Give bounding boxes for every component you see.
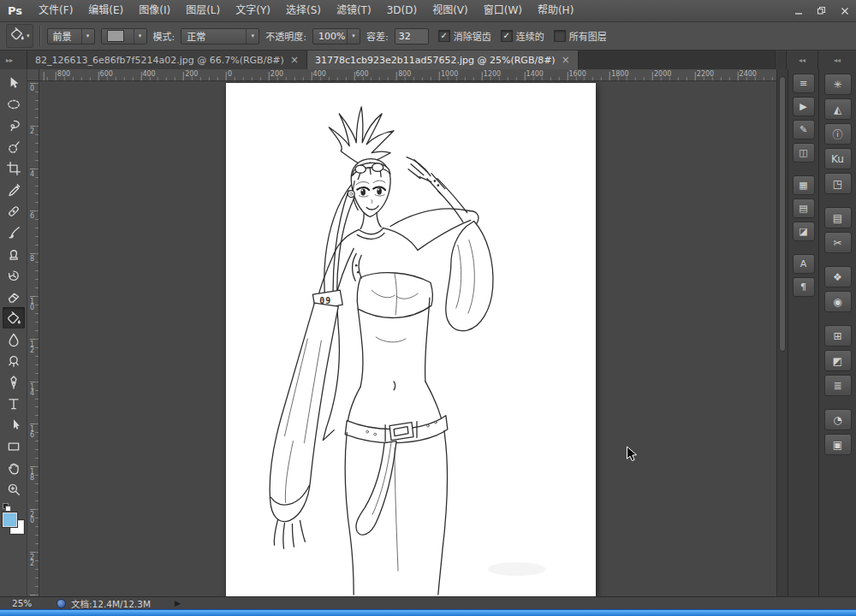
layers-panel-icon[interactable]: ≣ [824,375,852,396]
pattern-picker[interactable]: ▾ [101,28,147,44]
clone-stamp-tool[interactable] [3,243,25,264]
brush-tool[interactable] [3,222,25,243]
fill-source-dropdown[interactable]: 前景 ▾ [47,28,95,44]
channels-panel-icon[interactable]: ◔ [824,409,852,430]
scrollbar-thumb[interactable] [779,76,786,352]
chevron-down-icon: ▾ [134,29,146,44]
crop-tool[interactable] [3,157,25,179]
brush-panel-icon[interactable]: ✳ [824,74,852,95]
chevron-down-icon: ▾ [81,29,94,44]
close-button[interactable] [833,0,856,21]
close-tab-icon[interactable]: × [290,55,299,65]
measurement-log-panel-icon[interactable]: ✂ [824,232,852,253]
navigator-panel-icon[interactable]: ◭ [824,98,852,120]
histogram-glyph: ◪ [799,226,807,237]
eyedropper-tool[interactable] [3,179,25,200]
paint-bucket-icon [9,27,25,42]
elliptical-marquee-tool[interactable] [3,93,25,115]
lasso-tool[interactable] [3,115,25,136]
vertical-scrollbar[interactable] [776,69,788,596]
animation-panel-icon[interactable]: ◉ [824,291,852,312]
type-tool[interactable] [3,393,25,414]
ruler-top[interactable]: 8006004002000200400600800100012001400160… [39,69,776,81]
close-tab-icon[interactable]: × [562,55,570,65]
menu-select[interactable]: 选择(S) [278,0,329,21]
quick-selection-tool[interactable] [3,136,25,157]
menu-3d[interactable]: 3D(D) [379,0,425,21]
document-tab-2[interactable]: 31778c1cb923e2b11ad57652.jpg @ 25%(RGB/8… [307,50,579,69]
scrollbar-header [775,50,786,69]
move-tool[interactable] [3,72,25,93]
zoom-level-field[interactable]: 25% [0,598,56,608]
pen-tool[interactable] [3,371,25,393]
histogram-panel-icon[interactable]: ◪ [793,222,815,241]
menu-window[interactable]: 窗口(W) [476,0,530,21]
adjustments-panel-icon[interactable]: ◩ [824,350,852,371]
paint-bucket-tool[interactable] [3,307,25,329]
menu-file[interactable]: 文件(F) [31,0,80,21]
document-canvas[interactable]: 09 [226,83,596,596]
character-panel-icon[interactable]: A [793,254,815,274]
info-panel-icon[interactable]: ⓘ [824,123,852,145]
video-progress-bar[interactable] [0,609,856,616]
contiguous-checkbox[interactable]: ✓ 连续的 [501,29,544,43]
menu-help[interactable]: 帮助(H) [530,0,581,21]
default-colors-icon[interactable] [3,503,10,511]
ruler-corner[interactable] [27,69,39,81]
history-brush-tool[interactable] [3,264,25,286]
notes-panel-icon[interactable]: ▤ [824,207,852,228]
menu-image[interactable]: 图像(I) [131,0,178,21]
zoom-tool[interactable] [3,478,25,500]
3d-panel-icon[interactable]: ❖ [824,266,852,287]
hand-icon [6,460,21,476]
contiguous-label: 连续的 [516,29,544,43]
ruler-left[interactable]: 024681012141618202224 [27,81,39,596]
mode-dropdown[interactable]: 正常 ▾ [181,28,259,44]
chevron-down-icon: ▾ [347,29,360,44]
ruler-left-label: 12 [28,341,36,352]
eraser-tool[interactable] [3,286,25,307]
checkbox-box: ✓ [554,30,566,42]
hand-tool[interactable] [3,457,25,478]
blur-tool[interactable] [3,329,25,350]
actions-panel-icon[interactable]: ▶ [793,97,815,116]
spot-healing-brush-tool[interactable] [3,200,25,222]
menu-type[interactable]: 文字(Y) [228,0,278,21]
clone-source-panel-icon[interactable]: ◫ [793,143,815,163]
channels-glyph: ◔ [833,414,841,426]
layer-comps-panel-icon[interactable]: ▤ [793,198,815,218]
swatches-panel-icon[interactable]: ⊞ [824,325,852,346]
document-tab-1[interactable]: 82_126613_6e86fb7f5214a02.jpg @ 66.7%(RG… [27,50,307,69]
dock1-collapse-button[interactable]: ◂◂ [786,50,817,69]
tool-presets-panel-icon[interactable]: ✎ [793,120,815,139]
ruler-left-label: 20 [28,511,36,523]
dodge-icon [6,353,21,369]
paths-panel-icon[interactable]: ▣ [824,434,852,455]
anti-alias-checkbox[interactable]: ✓ 消除锯齿 [438,29,491,43]
menu-view[interactable]: 视图(V) [425,0,476,21]
status-flyout-arrow[interactable]: ▶ [175,599,181,607]
menu-edit[interactable]: 编辑(E) [80,0,131,21]
menu-layer[interactable]: 图层(L) [178,0,228,21]
all-layers-checkbox[interactable]: ✓ 所有图层 [554,29,607,43]
minimize-button[interactable] [787,0,810,21]
ruler-top-label: 1600 [568,70,586,78]
restore-button[interactable] [810,0,833,21]
menu-filter[interactable]: 滤镜(T) [329,0,379,21]
check-icon: ✓ [440,32,447,40]
rectangle-tool[interactable] [3,435,25,457]
properties-panel-icon[interactable]: ◳ [824,173,852,194]
path-selection-tool[interactable] [3,414,25,435]
kuler-panel-icon[interactable]: Ku [824,148,852,169]
toolbar-collapse-button[interactable]: ▸▸ [0,50,27,69]
tolerance-input[interactable] [395,28,429,44]
foreground-color-swatch[interactable] [3,512,17,527]
tool-preset-picker[interactable]: ▾ [6,24,33,48]
dodge-tool[interactable] [3,350,25,371]
paragraph-panel-icon[interactable]: ¶ [793,277,815,297]
opacity-dropdown[interactable]: 100% ▾ [312,28,360,44]
move-icon [6,75,21,91]
styles-panel-icon[interactable]: ▦ [793,175,815,195]
timeline-panel-icon[interactable]: ≡ [793,74,815,93]
dock2-collapse-button[interactable]: ◂◂ [817,50,856,69]
